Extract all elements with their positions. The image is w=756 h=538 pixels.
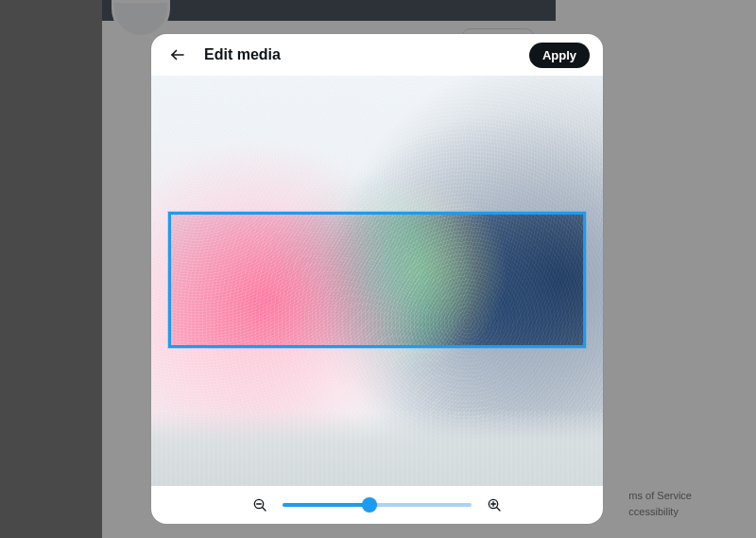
svg-line-5 <box>497 508 500 511</box>
arrow-left-icon <box>169 46 186 63</box>
crop-mask-bottom <box>151 348 603 486</box>
modal-title: Edit media <box>204 46 281 63</box>
zoom-in-icon <box>487 497 502 512</box>
modal-header: Edit media Apply <box>151 34 603 76</box>
zoom-slider[interactable] <box>283 495 472 514</box>
crop-mask-left <box>151 212 168 348</box>
modal-footer <box>151 486 603 524</box>
back-button[interactable] <box>164 42 191 68</box>
crop-stage[interactable] <box>151 76 603 486</box>
zoom-in-button[interactable] <box>485 495 504 514</box>
zoom-slider-thumb[interactable] <box>362 497 377 512</box>
apply-button[interactable]: Apply <box>529 43 590 68</box>
zoom-out-icon <box>252 497 267 512</box>
crop-mask-right <box>586 212 603 348</box>
edit-media-modal: Edit media Apply <box>151 34 603 524</box>
crop-mask-top <box>151 76 603 212</box>
crop-rectangle[interactable] <box>168 212 586 348</box>
apply-label: Apply <box>542 48 576 62</box>
zoom-out-button[interactable] <box>250 495 269 514</box>
svg-line-2 <box>263 508 266 511</box>
zoom-slider-fill <box>283 503 369 507</box>
